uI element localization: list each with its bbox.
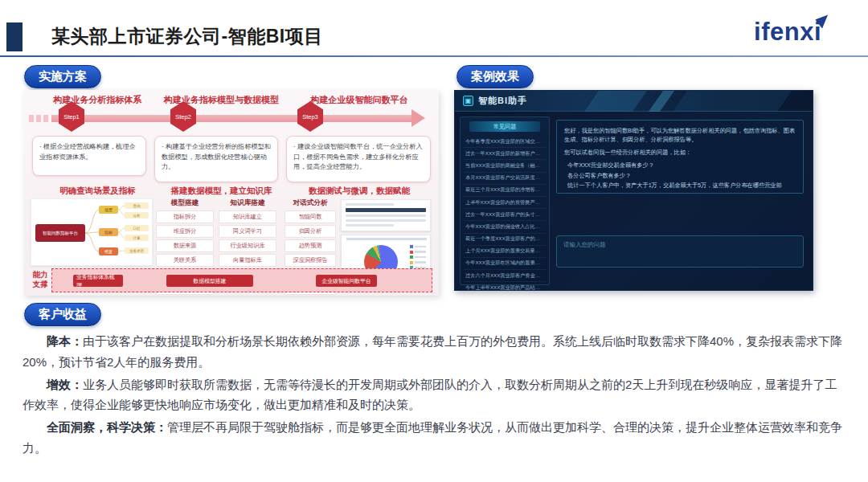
step3-card: 建设企业级智能问数平台，统一企业分析入口，根据不同角色需求，建立多样化分析应用，… bbox=[286, 136, 431, 182]
ifenxi-logo: ifenxi bbox=[754, 18, 821, 47]
section-badge-implementation: 实施方案 bbox=[24, 65, 101, 88]
step3-subheader: 数据测试与微调，数据赋能 bbox=[291, 186, 428, 197]
question-history-sidebar: 常见问题 今年各季度XXX营业部的区域交易…过去一年XXX营业部的新增客户数…当… bbox=[460, 116, 550, 285]
benefit-lead: 降本： bbox=[47, 334, 83, 348]
knowledge-item: 行业级知识库 bbox=[219, 239, 276, 252]
knowledge-item: 同义词学习 bbox=[219, 225, 276, 238]
sidebar-question-item[interactable]: 过去六个月XXX营业部客户资金流入… bbox=[464, 270, 546, 282]
sidebar-question-item[interactable]: 最近三个月XXX营业部的净增客户… bbox=[464, 185, 546, 197]
model-build-item: 关联关系 bbox=[156, 254, 214, 267]
table-row-line bbox=[346, 219, 426, 222]
bi-assistant-title: 智能BI助手 bbox=[478, 95, 527, 107]
legend-swatch bbox=[410, 251, 413, 254]
topbar-decor-streak bbox=[673, 91, 792, 112]
query-scenario-mindmap: 智能问数指标平台 场景 指标 维度 查询 分析 口径 计算 业务术语 bbox=[31, 198, 153, 266]
legend-swatch bbox=[410, 245, 413, 248]
question-input[interactable] bbox=[556, 235, 804, 268]
sidebar-question-item[interactable]: 上半年XXX营业部内的资管类产品净… bbox=[464, 197, 546, 209]
analysis-item: 归因分析 bbox=[285, 225, 336, 238]
analysis-item: 智能问数 bbox=[285, 210, 336, 223]
sidebar-question-item[interactable]: 今年XXX营业部的佣金收入占比情况… bbox=[464, 221, 546, 233]
step2-card: 构建基于企业经营分析的指标模型和数据模型，形成数据化经营核心驱动力。 bbox=[154, 136, 278, 182]
knowledge-item: 向量指标库 bbox=[219, 254, 276, 267]
capability-button-3: 企业级智能问数平台 bbox=[316, 275, 377, 287]
legend-swatch bbox=[410, 261, 413, 264]
knowledge-item: 知识库建立 bbox=[219, 210, 276, 223]
prompt-text: 您可以试着问我一些经营分析相关的问题，比如： bbox=[564, 148, 796, 157]
timeline-bar bbox=[51, 115, 411, 122]
sidebar-question-item[interactable]: 当前XXX营业部的两融业务（融资融… bbox=[464, 160, 546, 172]
implementation-panel: 构建业务分析指标体系 构建业务指标模型与数据模型 构建企业级智能问数平台 Ste… bbox=[24, 90, 439, 296]
pie-legend-entry bbox=[410, 261, 426, 264]
example-question[interactable]: 统计一下个人客户中，资产大于1万，交易金额大于5万，这些客户分布在哪些营业部 bbox=[564, 181, 796, 190]
sidebar-question-item[interactable]: 最近一个季度XXX营业部客户的平均… bbox=[464, 234, 546, 246]
bi-assistant-topbar: ▣ 智能BI助手 bbox=[455, 91, 813, 112]
example-question[interactable]: 今年XXX营业部交易金额有多少？ bbox=[564, 161, 796, 170]
sidebar-question-item[interactable]: 过去一年XXX营业部的新增客户数… bbox=[464, 148, 546, 160]
benefit-lead: 全面洞察，科学决策： bbox=[47, 420, 167, 434]
mindmap-leaf: 口径 bbox=[125, 225, 149, 231]
model-build-item: 维度拆分 bbox=[156, 225, 214, 238]
capability-button-1: 业务指标体系梳理 bbox=[73, 275, 123, 287]
mindmap-leaf: 分析 bbox=[125, 212, 149, 219]
analysis-item: 深度洞察报告 bbox=[285, 254, 336, 267]
mindmap-leaf: 查询 bbox=[125, 202, 149, 209]
step1-card: 根据企业经营战略构建，梳理企业指标资源体系。 bbox=[32, 136, 146, 176]
benefit-lead: 增效： bbox=[47, 378, 83, 391]
capability-label: 能力支撑 bbox=[31, 270, 50, 289]
sidebar-question-item[interactable]: 过去一年XXX营业部客户的头寸多… bbox=[464, 209, 546, 221]
model-build-item: 指标拆分 bbox=[156, 210, 214, 223]
legend-label-line bbox=[415, 261, 426, 263]
pie-legend-entry bbox=[410, 251, 426, 254]
legend-label-line bbox=[415, 246, 426, 248]
step1-header: 构建业务分析指标体系 bbox=[35, 94, 160, 106]
example-question[interactable]: 各分公司客户数有多少？ bbox=[564, 171, 796, 181]
mindmap-branch: 维度 bbox=[99, 247, 118, 255]
table-row-line bbox=[346, 214, 426, 217]
timeline-arrow-icon bbox=[411, 109, 425, 127]
pie-title-line bbox=[346, 238, 427, 240]
capability-button-2: 数据模型搭建 bbox=[166, 275, 253, 287]
benefit-text: 业务人员能够即时获取所需数据，无需等待漫长的开发周期或外部团队的介入，取数分析周… bbox=[23, 378, 837, 412]
legend-label-line bbox=[415, 251, 426, 253]
pie-legend-entry bbox=[410, 245, 426, 248]
sidebar-question-item[interactable]: 今年上半年XXX营业部的产品结构… bbox=[464, 282, 546, 291]
pie-legend-entry bbox=[410, 255, 426, 259]
benefits-section: 降本：由于该客户在数据提取和分析场景长期依赖外部资源，每年需要花费上百万的外包费… bbox=[23, 331, 849, 460]
step2-subheader: 搭建数据模型，建立知识库 bbox=[151, 186, 292, 197]
slide: 某头部上市证券公司-智能BI项目 ifenxi 实施方案 案例效果 客户收益 构… bbox=[0, 0, 868, 482]
mini-screenshot-table bbox=[341, 199, 431, 231]
benefit-paragraph: 全面洞察，科学决策：管理层不再局限于驾驶舱指标，而是够更全面地理解业务状况，从而… bbox=[23, 417, 849, 459]
analysis-item: 趋势预测 bbox=[285, 239, 336, 252]
analysis-title: 对话式分析 bbox=[285, 198, 336, 208]
greeting-text: 您好，我是您的智能问数BI助手，可以为您解答数据分析相关的问题，包括查询指标、图… bbox=[564, 126, 796, 144]
sidebar-question-item[interactable]: 今年各季度XXX营业部的区域交易… bbox=[464, 136, 546, 148]
capability-band: 业务指标体系梳理 数据模型搭建 企业级智能问数平台 bbox=[51, 268, 432, 292]
sidebar-header: 常见问题 bbox=[469, 121, 540, 132]
bi-assistant-logo-icon: ▣ bbox=[463, 96, 473, 106]
benefit-text: 由于该客户在数据提取和分析场景长期依赖外部资源，每年需要花费上百万的外包费用。系… bbox=[23, 334, 842, 369]
page-title: 某头部上市证券公司-智能BI项目 bbox=[51, 24, 323, 49]
assistant-greeting-bubble: 您好，我是您的智能问数BI助手，可以为您解答数据分析相关的问题，包括查询指标、图… bbox=[556, 120, 804, 194]
example-question-list: 今年XXX营业部交易金额有多少？各分公司客户数有多少？统计一下个人客户中，资产大… bbox=[564, 161, 796, 190]
topbar-decor-streak bbox=[584, 91, 647, 112]
title-accent-block bbox=[6, 22, 23, 51]
sidebar-question-item[interactable]: 上个月XXX营业部的股票交易量为最高… bbox=[464, 246, 546, 258]
knowledge-title: 知识库搭建 bbox=[219, 198, 276, 208]
topbar-decor-streak bbox=[649, 91, 674, 112]
mindmap-root-node: 智能问数指标平台 bbox=[35, 224, 85, 242]
benefit-paragraph: 增效：业务人员能够即时获取所需数据，无需等待漫长的开发周期或外部团队的介入，取数… bbox=[23, 374, 849, 416]
mindmap-leaf: 计算 bbox=[125, 235, 149, 241]
model-build-item: 数据来源 bbox=[156, 239, 214, 252]
section-badge-benefits: 客户收益 bbox=[24, 303, 101, 326]
step2-header: 构建业务指标模型与数据模型 bbox=[151, 94, 292, 106]
sidebar-question-list: 今年各季度XXX营业部的区域交易…过去一年XXX营业部的新增客户数…当前XXX营… bbox=[464, 136, 546, 291]
sidebar-question-item[interactable]: 本月XXX营业部客户交易活跃度（… bbox=[464, 173, 546, 185]
table-searchbar bbox=[346, 208, 426, 212]
table-row-line bbox=[346, 224, 394, 227]
section-badge-case: 案例效果 bbox=[457, 65, 534, 88]
benefit-paragraph: 降本：由于该客户在数据提取和分析场景长期依赖外部资源，每年需要花费上百万的外包费… bbox=[23, 331, 849, 373]
timeline-dashes bbox=[29, 115, 50, 122]
mindmap-leaf: 业务术语 bbox=[125, 247, 149, 254]
sidebar-question-item[interactable]: 今年XXX营业部在区域内的股票分布… bbox=[464, 258, 546, 270]
